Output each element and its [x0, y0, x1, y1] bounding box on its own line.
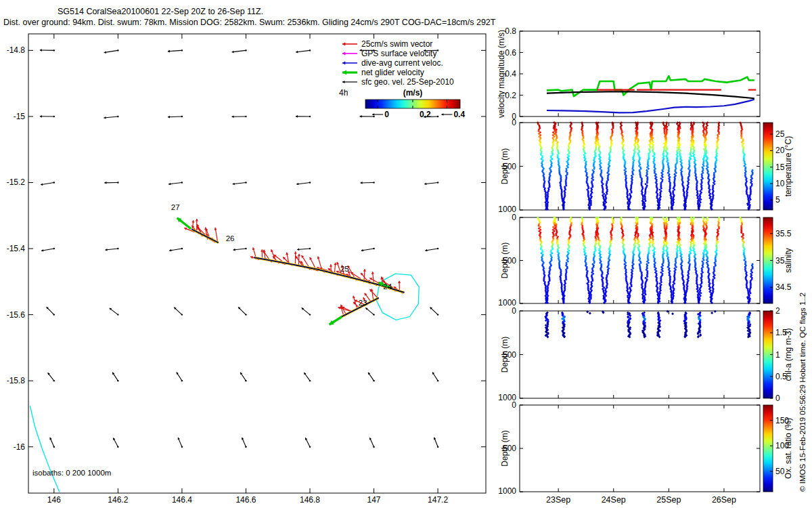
- map-xtick-label: 146.6: [235, 495, 256, 505]
- track-line: [254, 257, 404, 293]
- map-ytick-label: -15.2: [7, 177, 26, 187]
- dive-number-label: 26: [226, 234, 235, 242]
- velocity-panel: 00.20.40.60.8velocity magnitude (m/s): [497, 26, 760, 121]
- legend-item-label: GPS surface velocity: [361, 49, 436, 58]
- legend-item-label: 25cm/s swim vector: [361, 39, 432, 49]
- map-ytick-label: -15: [14, 112, 26, 121]
- glider-track: [177, 218, 405, 324]
- map-ytick-label: -15.8: [7, 376, 26, 385]
- map-ytick-label: -15.4: [7, 244, 26, 253]
- chl-profiles: [544, 310, 751, 339]
- legend-colorbar-tick: 0.4: [453, 110, 465, 119]
- dive-number-label: 23: [359, 299, 367, 307]
- oxygen-panel: 05001000Depth (m)50100150Ox. sat. ratio …: [498, 400, 793, 496]
- legend-colorbar-tick: 0: [384, 110, 389, 119]
- colorbar-tick-label: 35.5: [775, 229, 792, 238]
- net-glider-velocity-arrow: [330, 317, 342, 325]
- legend-item-label: dive-avg current veloc.: [361, 58, 443, 68]
- glider-mission-figure: SG514 CoralSea20100601 22-Sep 20Z to 26-…: [0, 0, 812, 508]
- map-xtick-label: 147: [367, 495, 381, 505]
- legend-time-label: 4h: [339, 88, 348, 98]
- depth-tick-label: 0: [512, 213, 516, 222]
- legend-item-label: net glider velocity: [361, 68, 424, 77]
- dive-number-label: 25: [340, 265, 349, 273]
- figure-subtitle: Dist. over ground: 94km. Dist. swum: 78k…: [3, 18, 495, 27]
- depth-tick-label: 1000: [498, 486, 516, 496]
- velocity-ytick-label: 0.8: [505, 26, 516, 36]
- map-xtick-label: 146: [47, 495, 61, 505]
- depth-tick-label: 0: [512, 400, 516, 410]
- depth-tick-label: 0: [512, 118, 516, 127]
- velocity-series: [547, 76, 754, 96]
- depth-tick-label: 0: [512, 306, 516, 316]
- isobaths-caption: isobaths: 0 200 1000m: [32, 469, 111, 477]
- net-glider-velocity-arrow: [177, 218, 191, 229]
- colorbar-axis-label: salinity: [784, 248, 793, 273]
- depth-axis-label: Depth (m): [500, 148, 510, 184]
- depth-axis-label: Depth (m): [500, 242, 510, 278]
- imos-credit: © IMOS 15-Feb-2019 05:56:29 Hobart time.…: [798, 293, 807, 492]
- colorbar-tick-label: 2: [775, 306, 780, 316]
- legend-colorbar-tick: 0.2: [420, 110, 431, 119]
- plot-canvas: 146146.2146.4146.6146.8147147.2-14.8-15-…: [0, 0, 812, 508]
- legend-colorbar-title: (m/s): [403, 88, 423, 98]
- colorbar-axis-label: chl-a (mg m-3): [784, 328, 793, 381]
- map-ytick-label: -14.8: [7, 45, 26, 55]
- depth-axis-label: Depth (m): [500, 337, 510, 373]
- time-tick-label: 26Sep: [712, 495, 736, 505]
- velocity-ytick-label: 0.2: [505, 91, 516, 100]
- velocity-axis-label: velocity magnitude (m/s): [497, 30, 506, 118]
- figure-title: SG514 CoralSea20100601 22-Sep 20Z to 26-…: [58, 7, 263, 16]
- colorbar-tick-label: 1: [775, 350, 780, 360]
- dive-number-labels: 2726252423: [171, 203, 392, 307]
- depth-axis-label: Depth (m): [500, 430, 510, 466]
- colorbar-axis-label: Ox. sat. ratio (%): [784, 418, 793, 479]
- coast-contour: [30, 406, 59, 492]
- velocity-panel-frame: [520, 31, 760, 117]
- velocity-series: [547, 100, 754, 113]
- map-xtick-label: 146.2: [108, 495, 128, 505]
- salinity-panel: 05001000Depth (m)34.53535.5salinity: [498, 213, 793, 308]
- colorbar: [763, 123, 773, 210]
- chl-panel: 05001000Depth (m)00.511.52chl-a (mg m-3): [498, 306, 793, 403]
- temperature-panel-profiles: [537, 121, 754, 211]
- colorbar-tick-label: 34.5: [775, 282, 792, 292]
- oxygen-panel-frame: [520, 405, 760, 492]
- credit: © IMOS 15-Feb-2019 05:56:29 Hobart time.…: [798, 293, 807, 492]
- map-xtick-label: 146.8: [300, 495, 320, 505]
- legend-item-label: sfc geo. vel. 25-Sep-2010: [361, 77, 454, 87]
- time-axis-labels: 23Sep24Sep25Sep26Sep: [546, 495, 736, 505]
- colorbar-tick-label: 5: [775, 195, 780, 205]
- dive-avg-current-track: [254, 257, 404, 293]
- map-xtick-label: 146.4: [172, 495, 192, 505]
- velocity-ytick-label: 0.6: [505, 48, 516, 58]
- salinity-panel-profiles: [537, 216, 754, 304]
- gps-surface-track: [254, 257, 404, 293]
- surface-current-arrow-field: [40, 49, 438, 448]
- velocity-series: [547, 91, 754, 98]
- dive-number-label: 27: [171, 203, 180, 211]
- map-ytick-label: -15.6: [7, 310, 26, 320]
- colorbar: [763, 405, 773, 492]
- map-xtick-label: 147.2: [428, 495, 448, 505]
- dive-number-label: 24: [383, 282, 392, 291]
- temperature-panel: 05001000Depth (m)510152025temperature (°…: [498, 118, 793, 214]
- legend: 25cm/s swim vectorGPS surface velocitydi…: [339, 39, 465, 119]
- time-tick-label: 24Sep: [602, 495, 626, 505]
- chl-panel-frame: [520, 311, 760, 398]
- colorbar-tick-label: 0: [775, 394, 780, 403]
- velocity-ytick-label: 0.4: [505, 69, 516, 79]
- time-tick-label: 25Sep: [656, 495, 681, 505]
- colorbar-axis-label: temperature (°C): [784, 136, 793, 197]
- time-tick-label: 23Sep: [546, 495, 570, 505]
- map-ytick-label: -16: [14, 442, 26, 452]
